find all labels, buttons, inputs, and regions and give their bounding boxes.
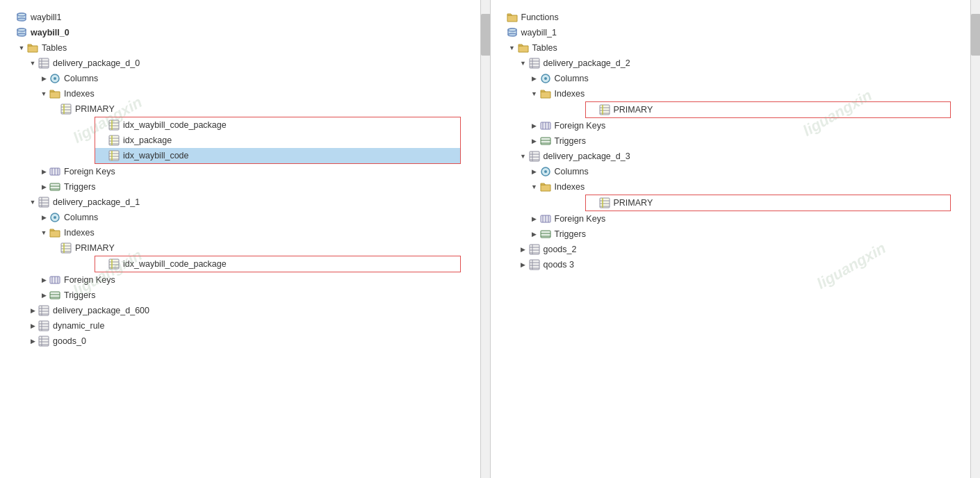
tree-item-columns_d3[interactable]: Columns — [496, 164, 965, 179]
tree-item-fk_d2[interactable]: Foreign Keys — [496, 118, 965, 133]
tree-label-idx_wcp_d1: idx_waybill_code_package — [123, 259, 227, 269]
tree-item-idx_wcp_d0[interactable]: idx_waybill_code_package — [95, 117, 460, 133]
tree-item-trig_d3[interactable]: Triggers — [496, 226, 965, 242]
tree-item-delivery_d600[interactable]: delivery_package_d_600 — [6, 303, 475, 318]
tree-arrow-idx_wc_d0[interactable] — [98, 151, 108, 160]
tree-arrow-primary_d1[interactable] — [50, 243, 60, 253]
trigger-icon — [49, 290, 61, 301]
tree-item-delivery_d2[interactable]: delivery_package_d_2 — [496, 56, 965, 71]
tree-item-delivery_d1[interactable]: delivery_package_d_1 — [6, 195, 475, 210]
tree-arrow-waybill_0[interactable] — [6, 28, 15, 38]
tree-arrow-indexes_d1[interactable] — [39, 228, 49, 238]
tree-arrow-waybill_1[interactable] — [496, 28, 506, 38]
tree-arrow-fk_d3[interactable] — [530, 214, 539, 224]
table-icon — [38, 58, 50, 69]
tree-arrow-delivery_d3[interactable] — [518, 151, 528, 161]
fk-icon — [49, 274, 61, 286]
right-tree: Functionswaybill_1Tablesdelivery_package… — [491, 7, 971, 275]
tree-item-fk_d0[interactable]: Foreign Keys — [6, 164, 475, 179]
tree-item-primary_d1[interactable]: PRIMARY — [6, 240, 475, 256]
tree-item-delivery_d0[interactable]: delivery_package_d_0 — [6, 56, 475, 71]
tree-item-primary_d0[interactable]: PRIMARY — [6, 101, 475, 117]
columns-icon — [49, 212, 61, 223]
tree-arrow-functions_r[interactable] — [496, 13, 506, 22]
tree-arrow-fk_d1[interactable] — [39, 275, 49, 285]
tree-item-trig_d1[interactable]: Triggers — [6, 288, 475, 303]
tree-item-indexes_d0[interactable]: Indexes — [6, 86, 475, 101]
tree-arrow-goods_2[interactable] — [518, 245, 528, 254]
tree-item-indexes_d3[interactable]: Indexes — [496, 179, 965, 195]
tree-label-goods_0: goods_0 — [53, 336, 86, 346]
tree-arrow-delivery_d600[interactable] — [28, 306, 38, 315]
tree-item-idx_wc_d0[interactable]: idx_waybill_code — [95, 148, 460, 163]
tree-item-delivery_d3[interactable]: delivery_package_d_3 — [496, 149, 965, 164]
tree-arrow-delivery_d2[interactable] — [518, 58, 528, 68]
table-icon — [38, 320, 50, 331]
tree-label-trig_d0: Triggers — [64, 182, 95, 192]
tree-item-trig_d2[interactable]: Triggers — [496, 133, 965, 149]
tree-arrow-indexes_d2[interactable] — [530, 89, 539, 99]
right-scrollbar-thumb[interactable] — [971, 14, 980, 56]
tree-arrow-idx_pkg_d0[interactable] — [98, 135, 108, 145]
left-scrollbar-thumb[interactable] — [481, 14, 491, 56]
tree-item-tables_0[interactable]: Tables — [6, 40, 475, 56]
tree-item-idx_pkg_d0[interactable]: idx_package — [95, 133, 460, 148]
tree-arrow-waybill1_partial[interactable] — [6, 13, 15, 22]
tree-item-dynamic_rule[interactable]: dynamic_rule — [6, 318, 475, 333]
tree-arrow-dynamic_rule[interactable] — [28, 321, 38, 331]
tree-arrow-delivery_d1[interactable] — [28, 197, 38, 207]
tree-item-goods_0[interactable]: goods_0 — [6, 333, 475, 349]
tree-item-columns_d0[interactable]: Columns — [6, 71, 475, 86]
left-scrollbar[interactable] — [480, 0, 490, 478]
tree-item-fk_d3[interactable]: Foreign Keys — [496, 211, 965, 226]
tree-arrow-idx_wcp_d0[interactable] — [98, 120, 108, 130]
tree-item-tables_1[interactable]: Tables — [496, 40, 965, 56]
tree-arrow-primary_d0[interactable] — [50, 104, 60, 114]
tree-item-columns_d2[interactable]: Columns — [496, 71, 965, 86]
tree-arrow-trig_d1[interactable] — [39, 290, 49, 300]
tree-arrow-columns_d3[interactable] — [530, 167, 539, 176]
tree-item-waybill1_partial[interactable]: waybill1 — [6, 10, 475, 25]
tree-arrow-fk_d0[interactable] — [39, 167, 49, 176]
tree-arrow-fk_d2[interactable] — [530, 121, 539, 131]
tree-arrow-columns_d0[interactable] — [39, 74, 49, 83]
tree-label-delivery_d3: delivery_package_d_3 — [544, 151, 630, 161]
tree-label-idx_pkg_d0: idx_package — [123, 135, 172, 145]
tree-label-waybill_1: waybill_1 — [521, 28, 557, 38]
folder-icon — [26, 42, 39, 53]
tree-label-delivery_d1: delivery_package_d_1 — [53, 197, 140, 207]
tree-item-waybill_0[interactable]: waybill_0 — [6, 25, 475, 40]
fk-icon — [539, 120, 552, 131]
tree-item-primary_d2[interactable]: PRIMARY — [586, 102, 951, 117]
tree-item-indexes_d1[interactable]: Indexes — [6, 225, 475, 240]
tree-arrow-goods_0[interactable] — [28, 336, 38, 346]
tree-item-trig_d0[interactable]: Triggers — [6, 179, 475, 195]
tree-item-idx_wcp_d1[interactable]: idx_waybill_code_package — [95, 256, 460, 272]
tree-arrow-indexes_d0[interactable] — [39, 89, 49, 99]
tree-arrow-tables_0[interactable] — [17, 43, 26, 53]
tree-item-functions_r[interactable]: Functions — [496, 10, 965, 25]
tree-arrow-trig_d0[interactable] — [39, 182, 49, 192]
tree-item-indexes_d2[interactable]: Indexes — [496, 86, 965, 101]
tree-item-primary_d3[interactable]: PRIMARY — [586, 195, 951, 211]
tree-item-columns_d1[interactable]: Columns — [6, 210, 475, 225]
tree-arrow-trig_d3[interactable] — [530, 229, 539, 239]
tree-arrow-indexes_d3[interactable] — [530, 182, 539, 192]
tree-arrow-delivery_d0[interactable] — [28, 58, 38, 68]
right-scrollbar[interactable] — [970, 0, 980, 478]
tree-arrow-primary_d3[interactable] — [589, 198, 598, 208]
tree-arrow-columns_d2[interactable] — [530, 74, 539, 83]
tree-arrow-columns_d1[interactable] — [39, 213, 49, 222]
db-icon — [15, 12, 28, 23]
tree-arrow-goods_3[interactable] — [518, 260, 528, 270]
tree-arrow-trig_d2[interactable] — [530, 136, 539, 146]
tree-label-tables_0: Tables — [42, 43, 67, 53]
tree-arrow-tables_1[interactable] — [507, 43, 517, 53]
tree-arrow-idx_wcp_d1[interactable] — [98, 259, 108, 269]
tree-item-fk_d1[interactable]: Foreign Keys — [6, 272, 475, 288]
tree-item-waybill_1[interactable]: waybill_1 — [496, 25, 965, 40]
tree-arrow-primary_d2[interactable] — [589, 105, 598, 115]
table-icon — [528, 259, 541, 270]
tree-item-goods_3[interactable]: qoods 3 — [496, 257, 965, 272]
tree-item-goods_2[interactable]: goods_2 — [496, 242, 965, 257]
